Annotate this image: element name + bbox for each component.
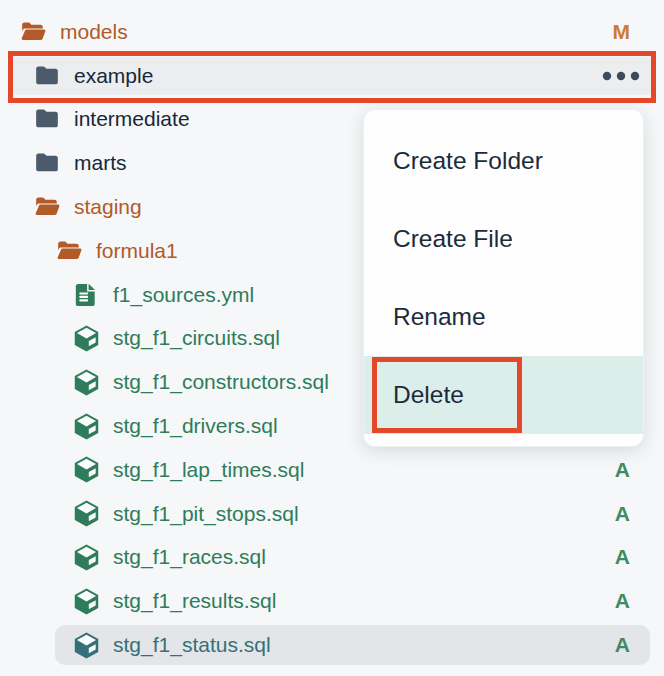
model-cube-icon [71, 543, 101, 572]
tree-item-models[interactable]: models M [0, 10, 664, 54]
folder-closed-icon [32, 63, 62, 89]
added-badge: A [615, 502, 630, 526]
tree-item-label: f1_sources.yml [113, 283, 254, 307]
tree-item-stg-f1-races[interactable]: stg_f1_races.sql A [0, 536, 664, 580]
tree-item-label: stg_f1_races.sql [113, 545, 266, 569]
model-cube-icon [71, 324, 101, 353]
tree-item-label: stg_f1_lap_times.sql [113, 458, 304, 482]
tree-item-label: stg_f1_constructors.sql [113, 370, 329, 394]
tree-item-label: stg_f1_results.sql [113, 589, 276, 613]
tree-item-example[interactable]: example [0, 54, 664, 98]
tree-item-stg-f1-lap-times[interactable]: stg_f1_lap_times.sql A [0, 448, 664, 492]
model-cube-icon [71, 631, 101, 660]
tree-item-stg-f1-pit-stops[interactable]: stg_f1_pit_stops.sql A [0, 492, 664, 536]
menu-item-rename[interactable]: Rename [364, 278, 643, 356]
folder-closed-icon [32, 150, 62, 176]
tree-item-label: stg_f1_drivers.sql [113, 414, 278, 438]
added-badge: A [615, 545, 630, 569]
folder-open-icon [32, 194, 62, 220]
modified-badge: M [613, 20, 631, 44]
tree-item-label: stg_f1_circuits.sql [113, 326, 280, 350]
tree-item-label: intermediate [74, 107, 190, 131]
tree-item-label: staging [74, 195, 142, 219]
tree-item-label: models [60, 20, 128, 44]
added-badge: A [615, 633, 630, 657]
menu-item-create-file[interactable]: Create File [364, 200, 643, 278]
tree-item-stg-f1-status[interactable]: stg_f1_status.sql A [0, 623, 664, 667]
model-cube-icon [71, 368, 101, 397]
context-menu: Create Folder Create File Rename Delete [363, 109, 644, 447]
tree-item-label: stg_f1_status.sql [113, 633, 271, 657]
menu-item-create-folder[interactable]: Create Folder [364, 122, 643, 200]
tree-item-label: stg_f1_pit_stops.sql [113, 502, 299, 526]
menu-item-delete[interactable]: Delete [364, 356, 643, 434]
model-cube-icon [71, 587, 101, 616]
tree-item-stg-f1-results[interactable]: stg_f1_results.sql A [0, 579, 664, 623]
tree-item-label: example [74, 64, 153, 88]
model-cube-icon [71, 412, 101, 441]
tree-item-label: marts [74, 151, 127, 175]
tree-item-label: formula1 [96, 239, 178, 263]
more-actions-icon[interactable] [602, 71, 640, 81]
folder-open-icon [54, 238, 84, 264]
model-cube-icon [71, 455, 101, 484]
added-badge: A [615, 589, 630, 613]
yml-file-icon [71, 281, 101, 309]
model-cube-icon [71, 499, 101, 528]
folder-closed-icon [32, 106, 62, 132]
folder-open-icon [18, 19, 48, 45]
added-badge: A [615, 458, 630, 482]
